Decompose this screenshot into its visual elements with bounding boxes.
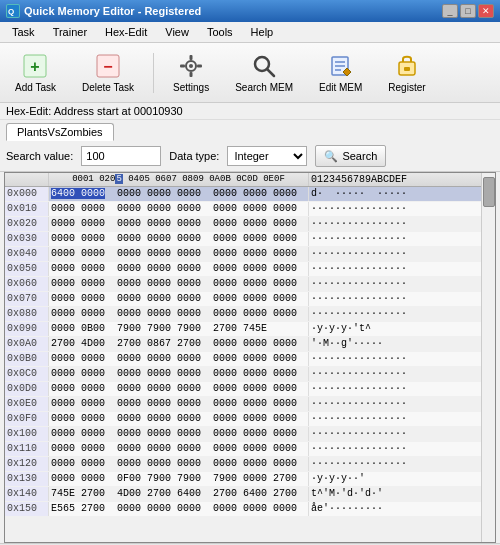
scrollbar[interactable] <box>481 173 495 542</box>
svg-rect-9 <box>190 72 193 77</box>
hex-view: 0001 0205 0405 0607 0809 0A0B 0C0D 0E0F … <box>4 172 496 543</box>
hex-row[interactable]: 0x0800000 0000 0000 0000 0000 0000 0000 … <box>5 307 481 322</box>
hex-addr: 0x060 <box>5 277 49 291</box>
maximize-button[interactable]: □ <box>460 4 476 18</box>
hex-row[interactable]: 0x0006400 0000 0000 0000 0000 0000 0000 … <box>5 187 481 202</box>
search-mem-button[interactable]: Search MEM <box>226 47 302 98</box>
hex-row[interactable]: 0x0100000 0000 0000 0000 0000 0000 0000 … <box>5 202 481 217</box>
hex-row[interactable]: 0x0900000 0B00 7900 7900 7900 2700 745E·… <box>5 322 481 337</box>
datatype-select[interactable]: Integer Short Long Float Double Byte Str… <box>227 146 307 166</box>
hex-bytes: 0000 0000 0000 0000 0000 0000 0000 0000 <box>49 427 309 441</box>
hex-row[interactable]: 0x0C00000 0000 0000 0000 0000 0000 0000 … <box>5 367 481 382</box>
hex-bytes: 0000 0B00 7900 7900 7900 2700 745E <box>49 322 309 336</box>
menu-item-help[interactable]: Help <box>243 24 282 40</box>
hex-row[interactable]: 0x1000000 0000 0000 0000 0000 0000 0000 … <box>5 427 481 442</box>
menu-bar: TaskTrainerHex-EditViewToolsHelp <box>0 22 500 43</box>
svg-line-13 <box>267 69 274 76</box>
hex-addr: 0x020 <box>5 217 49 231</box>
close-button[interactable]: ✕ <box>478 4 494 18</box>
svg-text:+: + <box>31 58 40 75</box>
hex-ascii: ················ <box>309 292 439 306</box>
hex-row[interactable]: 0x150E565 2700 0000 0000 0000 0000 0000 … <box>5 502 481 517</box>
hex-row[interactable]: 0x0D00000 0000 0000 0000 0000 0000 0000 … <box>5 382 481 397</box>
add-task-label: Add Task <box>15 82 56 93</box>
tab-plants-vs-zombies[interactable]: PlantsVsZombies <box>6 123 114 141</box>
hex-bytes: E565 2700 0000 0000 0000 0000 0000 0000 <box>49 502 309 516</box>
hex-ascii: ················ <box>309 382 439 396</box>
hex-ascii: ················ <box>309 352 439 366</box>
hex-bytes: 745E 2700 4D00 2700 6400 2700 6400 2700 <box>49 487 309 501</box>
delete-task-icon: − <box>94 52 122 80</box>
delete-task-label: Delete Task <box>82 82 134 93</box>
settings-button[interactable]: Settings <box>164 47 218 98</box>
hex-row[interactable]: 0x0F00000 0000 0000 0000 0000 0000 0000 … <box>5 412 481 427</box>
svg-rect-20 <box>404 67 410 71</box>
hex-bytes: 0000 0000 0000 0000 0000 0000 0000 0000 <box>49 457 309 471</box>
header-addr <box>5 173 49 186</box>
toolbar-separator-1 <box>153 53 154 93</box>
hex-ascii: ·y·y·y·'t^ <box>309 322 439 336</box>
menu-item-hex-edit[interactable]: Hex-Edit <box>97 24 155 40</box>
hex-rows-container[interactable]: 0x0006400 0000 0000 0000 0000 0000 0000 … <box>5 187 481 542</box>
hex-row[interactable]: 0x1200000 0000 0000 0000 0000 0000 0000 … <box>5 457 481 472</box>
hex-row[interactable]: 0x0B00000 0000 0000 0000 0000 0000 0000 … <box>5 352 481 367</box>
menu-item-trainer[interactable]: Trainer <box>45 24 95 40</box>
add-task-button[interactable]: + Add Task <box>6 47 65 98</box>
svg-point-7 <box>189 64 193 68</box>
hex-row[interactable]: 0x0500000 0000 0000 0000 0000 0000 0000 … <box>5 262 481 277</box>
hex-bytes: 0000 0000 0000 0000 0000 0000 0000 0000 <box>49 382 309 396</box>
hex-row[interactable]: 0x0200000 0000 0000 0000 0000 0000 0000 … <box>5 217 481 232</box>
svg-text:Q: Q <box>8 7 14 16</box>
hex-row[interactable]: 0x0400000 0000 0000 0000 0000 0000 0000 … <box>5 247 481 262</box>
hex-ascii: ················ <box>309 427 439 441</box>
search-button[interactable]: 🔍 Search <box>315 145 386 167</box>
hex-addr: 0x120 <box>5 457 49 471</box>
hex-row[interactable]: 0x0700000 0000 0000 0000 0000 0000 0000 … <box>5 292 481 307</box>
hex-ascii: ················ <box>309 367 439 381</box>
hex-bytes: 6400 0000 0000 0000 0000 0000 0000 0000 <box>49 187 309 201</box>
hex-addr: 0x0B0 <box>5 352 49 366</box>
register-label: Register <box>388 82 425 93</box>
hex-ascii: ················ <box>309 277 439 291</box>
app-title: Quick Memory Editor - Registered <box>24 5 201 17</box>
menu-item-tools[interactable]: Tools <box>199 24 241 40</box>
title-bar-left: Q Quick Memory Editor - Registered <box>6 4 201 18</box>
search-input[interactable] <box>81 146 161 166</box>
hex-addr: 0x0E0 <box>5 397 49 411</box>
hex-ascii: ················ <box>309 232 439 246</box>
add-task-icon: + <box>21 52 49 80</box>
hex-ascii: åe'········· <box>309 502 439 516</box>
hex-ascii: ················ <box>309 247 439 261</box>
hex-ascii: ················ <box>309 307 439 321</box>
hex-ascii: '·M··g'····· <box>309 337 439 351</box>
menu-item-task[interactable]: Task <box>4 24 43 40</box>
hex-bytes: 0000 0000 0000 0000 0000 0000 0000 0000 <box>49 277 309 291</box>
hex-addr: 0x0C0 <box>5 367 49 381</box>
register-button[interactable]: Register <box>379 47 434 98</box>
edit-mem-button[interactable]: Edit MEM <box>310 47 371 98</box>
title-bar: Q Quick Memory Editor - Registered _ □ ✕ <box>0 0 500 22</box>
hex-ascii: ················ <box>309 202 439 216</box>
address-bar: Hex-Edit: Address start at 00010930 <box>0 103 500 120</box>
hex-addr: 0x140 <box>5 487 49 501</box>
hex-bytes: 0000 0000 0000 0000 0000 0000 0000 0000 <box>49 367 309 381</box>
hex-ascii: ················ <box>309 457 439 471</box>
hex-bytes: 0000 0000 0000 0000 0000 0000 0000 0000 <box>49 307 309 321</box>
hex-row[interactable]: 0x0A02700 4D00 2700 0867 2700 0000 0000 … <box>5 337 481 352</box>
hex-ascii: ················ <box>309 412 439 426</box>
delete-task-button[interactable]: − Delete Task <box>73 47 143 98</box>
window-controls: _ □ ✕ <box>442 4 494 18</box>
minimize-button[interactable]: _ <box>442 4 458 18</box>
hex-row[interactable]: 0x1300000 0000 0F00 7900 7900 7900 0000 … <box>5 472 481 487</box>
hex-row[interactable]: 0x1100000 0000 0000 0000 0000 0000 0000 … <box>5 442 481 457</box>
datatype-label: Data type: <box>169 150 219 162</box>
search-bar: Search value: Data type: Integer Short L… <box>0 141 500 172</box>
header-ascii: 0123456789ABCDEF <box>309 173 439 186</box>
hex-row[interactable]: 0x140745E 2700 4D00 2700 6400 2700 6400 … <box>5 487 481 502</box>
hex-row[interactable]: 0x0600000 0000 0000 0000 0000 0000 0000 … <box>5 277 481 292</box>
settings-icon <box>177 52 205 80</box>
hex-addr: 0x130 <box>5 472 49 486</box>
hex-row[interactable]: 0x0300000 0000 0000 0000 0000 0000 0000 … <box>5 232 481 247</box>
menu-item-view[interactable]: View <box>157 24 197 40</box>
hex-row[interactable]: 0x0E00000 0000 0000 0000 0000 0000 0000 … <box>5 397 481 412</box>
